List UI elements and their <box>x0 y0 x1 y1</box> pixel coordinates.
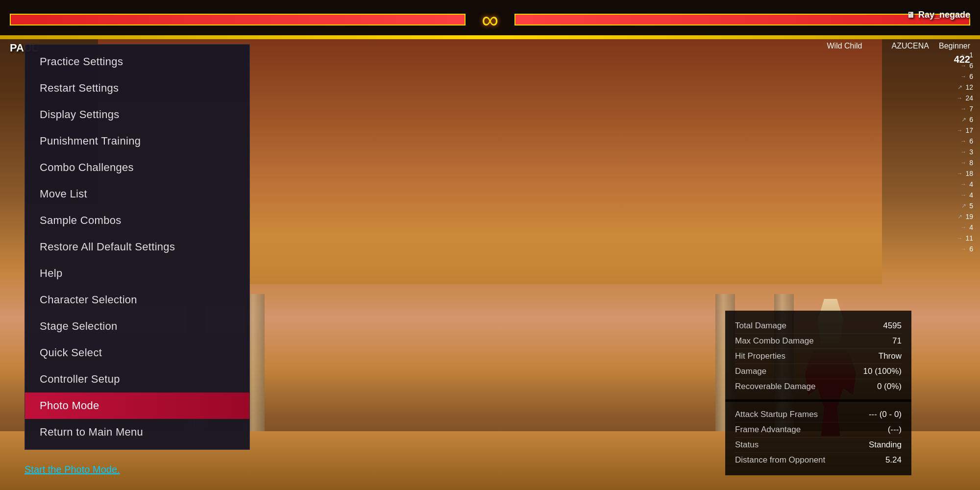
stat-startup-label: Attack Startup Frames <box>735 410 818 419</box>
arrow-icon-7: → <box>956 127 962 134</box>
number-value-8: 6 <box>969 137 973 145</box>
number-row-5: →7 <box>955 104 975 114</box>
stat-max-combo: Max Combo Damage 71 <box>735 334 902 349</box>
hud-top-bar: ∞ <box>0 0 980 39</box>
number-row-13: →4 <box>955 190 975 200</box>
stat-frame-adv-value: (---) <box>888 425 902 435</box>
menu-item-restart-settings[interactable]: Restart Settings <box>25 75 249 101</box>
menu-item-combo-challenges[interactable]: Combo Challenges <box>25 154 249 181</box>
arrow-icon-6: ↗ <box>961 116 966 123</box>
title-left: Wild Child <box>827 42 862 50</box>
arrow-icon-3: ↗ <box>957 84 962 91</box>
stat-hit-properties-value: Throw <box>879 351 902 361</box>
stat-total-damage-label: Total Damage <box>735 321 786 331</box>
number-row-11: →18 <box>955 169 975 178</box>
stat-total-damage: Total Damage 4595 <box>735 318 902 334</box>
number-row-0: ←1 <box>955 50 975 60</box>
number-row-14: ↗5 <box>955 201 975 211</box>
number-row-4: →24 <box>955 93 975 103</box>
stat-total-damage-value: 4595 <box>883 321 902 331</box>
number-row-9: →3 <box>955 147 975 157</box>
menu-item-stage-selection[interactable]: Stage Selection <box>25 313 249 340</box>
monitor-icon: 🖥 <box>906 11 914 20</box>
menu-item-photo-mode[interactable]: Photo Mode <box>25 392 249 419</box>
number-value-18: 6 <box>969 245 973 253</box>
number-value-10: 8 <box>969 159 973 167</box>
arrow-icon-1: → <box>960 62 966 69</box>
number-value-9: 3 <box>969 148 973 156</box>
number-row-2: →6 <box>955 72 975 81</box>
menu-panel: Practice SettingsRestart SettingsDisplay… <box>24 44 250 450</box>
stat-damage: Damage 10 (100%) <box>735 364 902 379</box>
stat-max-combo-label: Max Combo Damage <box>735 336 814 346</box>
arrow-icon-9: → <box>960 148 966 155</box>
stat-frame-advantage: Frame Advantage (---) <box>735 422 902 438</box>
menu-item-sample-combos[interactable]: Sample Combos <box>25 207 249 234</box>
arrow-icon-5: → <box>960 105 966 112</box>
stat-distance: Distance from Opponent 5.24 <box>735 453 902 467</box>
health-bar-player2 <box>514 14 970 25</box>
arrow-icon-12: → <box>960 181 966 188</box>
timer-infinity: ∞ <box>470 5 510 34</box>
arrow-icon-18: → <box>960 245 966 252</box>
stat-hit-properties: Hit Properties Throw <box>735 349 902 364</box>
number-value-1: 6 <box>969 62 973 70</box>
menu-item-return-main-menu[interactable]: Return to Main Menu <box>25 419 249 445</box>
number-value-3: 12 <box>965 83 973 91</box>
number-value-16: 4 <box>969 223 973 231</box>
stat-distance-value: 5.24 <box>885 455 902 465</box>
stat-damage-label: Damage <box>735 367 766 376</box>
arrow-icon-11: → <box>956 170 962 177</box>
arrow-icon-4: → <box>956 95 962 101</box>
stat-status-label: Status <box>735 440 759 450</box>
menu-item-quick-select[interactable]: Quick Select <box>25 340 249 366</box>
number-value-17: 11 <box>965 234 973 242</box>
menu-item-restore-defaults[interactable]: Restore All Default Settings <box>25 234 249 260</box>
stat-recoverable: Recoverable Damage 0 (0%) <box>735 379 902 394</box>
number-row-1: →6 <box>955 61 975 71</box>
number-value-0: 1 <box>969 51 973 59</box>
number-row-15: ↗19 <box>955 212 975 221</box>
arrow-icon-17: → <box>956 235 962 242</box>
number-value-5: 7 <box>969 105 973 113</box>
arrow-icon-8: → <box>960 138 966 145</box>
player-ranks: Wild Child AZUCENA Beginner <box>827 42 970 50</box>
number-value-14: 5 <box>969 202 973 210</box>
menu-item-practice-settings[interactable]: Practice Settings <box>25 49 249 75</box>
stat-frame-adv-label: Frame Advantage <box>735 425 801 435</box>
menu-item-character-selection[interactable]: Character Selection <box>25 287 249 313</box>
frame-data-panel: Attack Startup Frames --- (0 - 0) Frame … <box>725 399 911 475</box>
number-value-4: 24 <box>965 94 973 102</box>
number-value-13: 4 <box>969 191 973 199</box>
number-row-18: →6 <box>955 244 975 254</box>
right-number-panel: ←1→6→6↗12→24→7↗6→17→6→3→8→18→4→4↗5↗19→4→… <box>955 49 975 255</box>
photo-mode-hint[interactable]: Start the Photo Mode. <box>24 464 120 475</box>
number-row-6: ↗6 <box>955 115 975 124</box>
arrow-icon-0: ← <box>960 51 966 58</box>
menu-item-controller-setup[interactable]: Controller Setup <box>25 366 249 392</box>
health-bar-player1 <box>10 14 466 25</box>
menu-item-move-list[interactable]: Move List <box>25 181 249 207</box>
player2-name: AZUCENA <box>892 42 929 50</box>
number-value-11: 18 <box>965 170 973 177</box>
arrow-icon-13: → <box>960 192 966 198</box>
stat-status-value: Standing <box>869 440 902 450</box>
number-value-7: 17 <box>965 126 973 134</box>
number-row-7: →17 <box>955 125 975 135</box>
number-row-3: ↗12 <box>955 82 975 92</box>
menu-item-display-settings[interactable]: Display Settings <box>25 101 249 128</box>
stat-startup-value: --- (0 - 0) <box>869 410 902 419</box>
stat-status: Status Standing <box>735 438 902 453</box>
player2-account: Ray_negade <box>918 10 970 20</box>
stat-startup-frames: Attack Startup Frames --- (0 - 0) <box>735 407 902 422</box>
arrow-icon-14: ↗ <box>961 202 966 209</box>
number-value-6: 6 <box>969 116 973 123</box>
menu-item-punishment-training[interactable]: Punishment Training <box>25 128 249 154</box>
number-row-10: →8 <box>955 158 975 168</box>
stat-hit-properties-label: Hit Properties <box>735 351 785 361</box>
stat-damage-value: 10 (100%) <box>863 367 902 376</box>
player2-name-container: 🖥 Ray_negade <box>906 10 970 20</box>
stat-recoverable-label: Recoverable Damage <box>735 382 815 392</box>
number-value-12: 4 <box>969 180 973 188</box>
menu-item-help[interactable]: Help <box>25 260 249 287</box>
